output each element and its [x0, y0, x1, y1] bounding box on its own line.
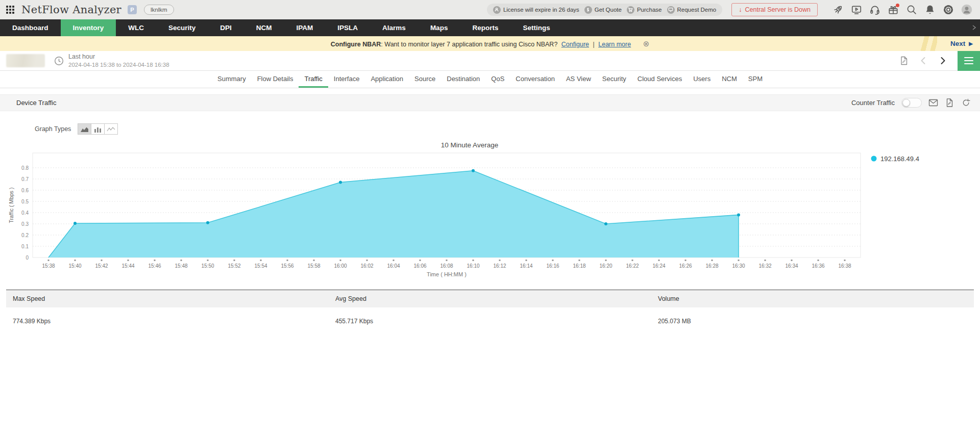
purchase-link[interactable]: Purchase: [627, 6, 662, 14]
next-button[interactable]: Next ▶: [950, 40, 973, 47]
tab-security[interactable]: Security: [597, 71, 632, 88]
svg-text:0.2: 0.2: [21, 233, 29, 238]
next-chevron-icon[interactable]: [938, 56, 948, 66]
counter-traffic-toggle[interactable]: [901, 98, 922, 108]
cart-icon: [627, 6, 634, 14]
svg-text:16:18: 16:18: [573, 263, 585, 269]
svg-text:16:38: 16:38: [838, 263, 851, 269]
apps-grid-icon[interactable]: [6, 6, 14, 14]
nav-item-ipam[interactable]: IPAM: [284, 19, 326, 36]
prev-chevron-icon[interactable]: [918, 56, 928, 66]
tab-flow-details[interactable]: Flow Details: [252, 71, 299, 88]
presentation-icon[interactable]: [851, 4, 862, 15]
down-arrow-icon: ↓: [739, 6, 742, 13]
svg-text:16:24: 16:24: [652, 263, 665, 269]
product-badge: P: [128, 5, 137, 14]
nav-item-alarms[interactable]: Alarms: [370, 19, 418, 36]
svg-text:16:26: 16:26: [679, 263, 692, 269]
nav-overflow-icon[interactable]: [971, 24, 977, 33]
tab-summary[interactable]: Summary: [212, 71, 252, 88]
search-icon[interactable]: [906, 4, 917, 15]
hamburger-menu-button[interactable]: [958, 51, 980, 71]
license-text: License will expire in 26 days: [503, 7, 579, 13]
tab-application[interactable]: Application: [365, 71, 409, 88]
tab-cloud-services[interactable]: Cloud Services: [632, 71, 688, 88]
tab-interface[interactable]: Interface: [328, 71, 365, 88]
svg-text:16:12: 16:12: [493, 263, 506, 269]
traffic-chart: 10 Minute Average00.10.20.30.40.50.60.70…: [0, 137, 980, 286]
nav-item-security[interactable]: Security: [156, 19, 208, 36]
learn-more-link[interactable]: Learn more: [598, 41, 631, 48]
svg-text:15:48: 15:48: [175, 263, 187, 269]
header-max-speed: Max Speed: [6, 290, 329, 307]
time-range-picker[interactable]: Last hour 2024-04-18 15:38 to 2024-04-18…: [68, 53, 169, 68]
svg-text:0.1: 0.1: [21, 244, 29, 249]
rocket-icon[interactable]: [832, 4, 844, 15]
svg-text:0.5: 0.5: [21, 199, 29, 204]
user-pill[interactable]: lknlkm: [144, 5, 174, 15]
graph-type-bar-button[interactable]: [91, 123, 105, 135]
svg-text:16:20: 16:20: [599, 263, 612, 269]
configure-link[interactable]: Configure: [561, 41, 589, 48]
table-row: 774.389 Kbps 455.717 Kbps 205.073 MB: [6, 307, 974, 330]
gift-icon[interactable]: [888, 4, 899, 15]
topbar: NetFlow Analyzer P lknlkm License will e…: [0, 0, 980, 19]
svg-text:15:50: 15:50: [201, 263, 214, 269]
graph-type-line-button[interactable]: [104, 123, 118, 135]
svg-text:10 Minute Average: 10 Minute Average: [441, 141, 498, 149]
main-navbar: Dashboard Inventory WLC Security DPI NCM…: [0, 19, 980, 36]
time-range-label: Last hour: [68, 53, 169, 61]
device-name-redacted: [6, 54, 45, 67]
headset-icon[interactable]: [869, 4, 880, 15]
svg-text:15:40: 15:40: [68, 263, 81, 269]
nav-item-wlc[interactable]: WLC: [116, 19, 156, 36]
device-toolbar: Last hour 2024-04-18 15:38 to 2024-04-18…: [0, 51, 980, 71]
nav-item-ncm[interactable]: NCM: [244, 19, 284, 36]
nav-item-ipsla[interactable]: IPSLA: [325, 19, 370, 36]
central-server-down-button[interactable]: ↓ Central Server is Down: [731, 3, 818, 16]
bell-icon[interactable]: [924, 4, 936, 15]
time-range-dates: 2024-04-18 15:38 to 2024-04-18 16:38: [68, 61, 169, 68]
nav-item-dpi[interactable]: DPI: [208, 19, 244, 36]
section-title: Device Traffic: [16, 99, 57, 107]
tab-source[interactable]: Source: [409, 71, 441, 88]
gear-icon[interactable]: [943, 4, 954, 15]
svg-text:15:58: 15:58: [307, 263, 320, 269]
tab-conversation[interactable]: Conversation: [510, 71, 560, 88]
svg-text:Traffic ( Mbps ): Traffic ( Mbps ): [8, 187, 14, 223]
dollar-icon: [584, 6, 592, 14]
nav-item-reports[interactable]: Reports: [460, 19, 510, 36]
tab-spm[interactable]: SPM: [743, 71, 768, 88]
license-status-pill: License will expire in 26 days Get Quote…: [487, 4, 722, 16]
avatar[interactable]: [961, 4, 972, 15]
tab-ncm[interactable]: NCM: [716, 71, 743, 88]
tab-traffic[interactable]: Traffic: [299, 71, 328, 88]
banner-dismiss-icon[interactable]: ⊗: [643, 39, 650, 48]
svg-text:0.3: 0.3: [21, 221, 29, 227]
request-demo-link[interactable]: Request Demo: [667, 6, 717, 14]
graph-type-area-button[interactable]: [78, 123, 91, 135]
email-icon[interactable]: [928, 98, 938, 108]
svg-text:16:10: 16:10: [467, 263, 479, 269]
counter-traffic-label: Counter Traffic: [851, 99, 895, 107]
svg-text:15:46: 15:46: [148, 263, 161, 269]
svg-text:16:06: 16:06: [413, 263, 426, 269]
refresh-icon[interactable]: [961, 98, 971, 108]
tab-destination[interactable]: Destination: [441, 71, 485, 88]
tab-qos[interactable]: QoS: [485, 71, 510, 88]
tab-users[interactable]: Users: [688, 71, 716, 88]
nav-item-settings[interactable]: Settings: [510, 19, 562, 36]
header-volume: Volume: [651, 290, 974, 307]
header-avg-speed: Avg Speed: [329, 290, 651, 307]
export-pdf-icon[interactable]: [899, 56, 909, 66]
nav-item-dashboard[interactable]: Dashboard: [0, 19, 61, 36]
nav-item-inventory[interactable]: Inventory: [61, 19, 116, 36]
svg-text:15:44: 15:44: [121, 263, 134, 269]
nav-item-maps[interactable]: Maps: [418, 19, 460, 36]
svg-text:15:42: 15:42: [95, 263, 108, 269]
svg-text:0.8: 0.8: [21, 165, 29, 171]
get-quote-link[interactable]: Get Quote: [584, 6, 622, 14]
pdf-icon[interactable]: [945, 98, 954, 108]
tab-as-view[interactable]: AS View: [560, 71, 597, 88]
svg-text:15:54: 15:54: [254, 263, 267, 269]
